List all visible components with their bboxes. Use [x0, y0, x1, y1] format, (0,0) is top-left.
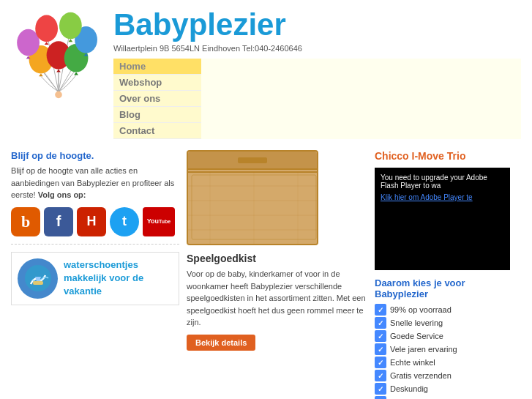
- checkmark-icon: ✓: [375, 370, 386, 381]
- site-title-area: Babyplezier Willaertplein 9B 5654LN Eind…: [113, 7, 521, 139]
- social-twitter-link[interactable]: t: [110, 207, 139, 236]
- waarom-item: ✓Vele jaren ervaring: [375, 343, 521, 356]
- vacation-text: waterschoentjes makkelijk voor de vakant…: [64, 258, 173, 299]
- site-address: Willaertplein 9B 5654LN Eindhoven Tel:04…: [113, 44, 521, 53]
- nav-item-contact[interactable]: Contact: [113, 123, 521, 139]
- vacation-banner: waterschoentjes makkelijk voor de vakant…: [11, 252, 179, 305]
- waarom-section: Daarom kies je voor Babyplezier ✓99% op …: [375, 277, 521, 399]
- main-content: Blijf op de hoogte. Blijf op de hoogte v…: [0, 143, 532, 399]
- middle-column: Speelgoedkist Voor op de baby, kinderkam…: [187, 150, 367, 399]
- follow-label: Volg ons op:: [38, 190, 86, 199]
- waarom-list: ✓99% op voorraad✓Snelle levering✓Goede S…: [375, 303, 521, 399]
- svg-rect-23: [33, 281, 43, 285]
- product-description: Voor op de baby, kinderkamer of voor in …: [187, 268, 367, 329]
- svg-marker-19: [45, 42, 49, 45]
- logo-balloons: [11, 7, 106, 102]
- waarom-item: ✓99% op voorraad: [375, 303, 521, 316]
- stay-updated-title: Blijf op de hoogte.: [11, 150, 179, 161]
- right-column: Chicco I-Move Trio You need to upgrade y…: [375, 150, 521, 399]
- stay-updated-text: Blijf op de hoogte van alle acties en aa…: [11, 165, 179, 201]
- left-column: Blijf op de hoogte. Blijf op de hoogte v…: [11, 150, 179, 399]
- detail-button[interactable]: Bekijk details: [187, 335, 255, 351]
- nav-link-overons[interactable]: Over ons: [113, 91, 201, 107]
- site-title: Babyplezier: [113, 7, 521, 42]
- social-blog-link[interactable]: b: [11, 207, 40, 236]
- waarom-item: ✓Echte winkel: [375, 356, 521, 369]
- product-image: [187, 150, 318, 245]
- waarom-item: ✓Gratis verzenden: [375, 369, 521, 382]
- checkmark-icon: ✓: [375, 357, 386, 368]
- waarom-item: ✓Goede Service: [375, 329, 521, 343]
- social-facebook-link[interactable]: f: [44, 207, 73, 236]
- checkmark-icon: ✓: [375, 304, 386, 316]
- svg-marker-14: [39, 74, 43, 77]
- product-image-box: [187, 150, 367, 245]
- waarom-title: Daarom kies je voor Babyplezier: [375, 277, 521, 299]
- svg-point-24: [35, 271, 41, 277]
- nav-link-webshop[interactable]: Webshop: [113, 75, 201, 91]
- left-divider: [11, 244, 179, 245]
- waarom-item: ✓Snelle levering: [375, 316, 521, 329]
- nav-item-overons[interactable]: Over ons: [113, 91, 521, 107]
- svg-point-12: [35, 15, 58, 42]
- svg-point-21: [55, 92, 62, 99]
- social-icons-row: b f H t YouTube: [11, 207, 179, 236]
- nav-link-blog[interactable]: Blog: [113, 107, 201, 123]
- vacation-image: [18, 258, 58, 299]
- checkmark-icon: ✓: [375, 383, 386, 395]
- checkmark-icon: ✓: [375, 343, 386, 355]
- waarom-item: ✓Veilig betalen: [375, 395, 521, 399]
- svg-line-2: [59, 70, 76, 92]
- waarom-item: ✓Deskundig: [375, 382, 521, 395]
- nav-item-blog[interactable]: Blog: [113, 107, 521, 123]
- checkmark-icon: ✓: [375, 317, 386, 329]
- social-youtube-link[interactable]: YouTube: [143, 207, 175, 236]
- flash-message: You need to upgrade your Adobe Flash Pla…: [381, 174, 504, 190]
- nav-item-webshop[interactable]: Webshop: [113, 75, 521, 91]
- checkmark-icon: ✓: [375, 396, 386, 399]
- social-h-link[interactable]: H: [77, 207, 106, 236]
- svg-point-13: [59, 12, 82, 40]
- header: Babyplezier Willaertplein 9B 5654LN Eind…: [0, 0, 532, 143]
- flash-upgrade-link[interactable]: Klik hier om Adobe Player te: [381, 193, 473, 201]
- nav-item-home[interactable]: Home: [113, 59, 521, 75]
- svg-marker-20: [68, 39, 72, 42]
- nav-link-home[interactable]: Home: [113, 59, 201, 75]
- nav: Home Webshop Over ons Blog Contact: [113, 59, 521, 139]
- product-title: Speelgoedkist: [187, 253, 367, 264]
- flash-video-box: You need to upgrade your Adobe Flash Pla…: [375, 168, 510, 270]
- chicco-title: Chicco I-Move Trio: [375, 150, 521, 162]
- checkmark-icon: ✓: [375, 330, 386, 342]
- nav-link-contact[interactable]: Contact: [113, 123, 201, 139]
- svg-marker-16: [74, 72, 78, 75]
- svg-marker-15: [56, 70, 61, 72]
- stay-updated-section: Blijf op de hoogte. Blijf op de hoogte v…: [11, 150, 179, 236]
